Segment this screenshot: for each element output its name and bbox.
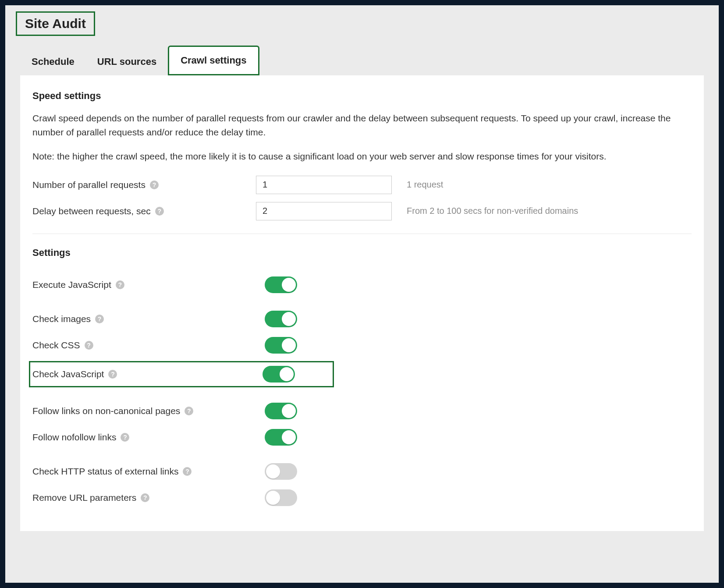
follow-nofollow-toggle[interactable] [265, 429, 297, 446]
follow-nofollow-label-text: Follow nofollow links [32, 432, 116, 443]
check-js-toggle[interactable] [263, 366, 295, 383]
delay-input[interactable] [256, 202, 392, 220]
check-js-label-text: Check JavaScript [32, 369, 104, 379]
check-css-label: Check CSS ? [32, 340, 265, 351]
check-http-external-label-text: Check HTTP status of external links [32, 466, 178, 477]
help-icon[interactable]: ? [121, 433, 129, 442]
delay-row: Delay between requests, sec ? From 2 to … [32, 202, 692, 220]
check-css-toggle[interactable] [265, 337, 297, 354]
check-css-row: Check CSS ? [32, 335, 692, 356]
follow-noncanonical-label: Follow links on non-canonical pages ? [32, 406, 265, 416]
help-icon[interactable]: ? [85, 341, 93, 350]
settings-heading: Settings [32, 247, 692, 259]
help-icon[interactable]: ? [185, 407, 193, 415]
help-icon[interactable]: ? [141, 493, 149, 502]
speed-description-2: Note: the higher the crawl speed, the mo… [32, 149, 692, 163]
parallel-requests-row: Number of parallel requests ? 1 request [32, 176, 692, 194]
check-http-external-toggle[interactable] [265, 463, 297, 480]
help-icon[interactable]: ? [155, 207, 164, 216]
execute-js-label: Execute JavaScript ? [32, 280, 265, 290]
check-js-row: Check JavaScript ? [29, 361, 334, 387]
tab-schedule[interactable]: Schedule [20, 48, 86, 75]
help-icon[interactable]: ? [150, 181, 159, 189]
check-js-label: Check JavaScript ? [32, 369, 263, 379]
remove-url-params-label: Remove URL parameters ? [32, 492, 265, 503]
tab-url-sources[interactable]: URL sources [86, 48, 168, 75]
follow-noncanonical-row: Follow links on non-canonical pages ? [32, 400, 692, 422]
execute-js-row: Execute JavaScript ? [32, 274, 692, 295]
help-icon[interactable]: ? [108, 370, 117, 379]
parallel-requests-hint: 1 request [407, 180, 443, 190]
check-images-label: Check images ? [32, 314, 265, 324]
tab-crawl-settings[interactable]: Crawl settings [168, 46, 259, 75]
help-icon[interactable]: ? [116, 280, 124, 289]
remove-url-params-row: Remove URL parameters ? [32, 487, 692, 508]
speed-description-1: Crawl speed depends on the number of par… [32, 111, 692, 139]
execute-js-toggle[interactable] [265, 276, 297, 293]
follow-noncanonical-toggle[interactable] [265, 403, 297, 419]
check-images-row: Check images ? [32, 308, 692, 329]
follow-nofollow-row: Follow nofollow links ? [32, 427, 692, 448]
remove-url-params-label-text: Remove URL parameters [32, 492, 136, 503]
parallel-requests-input[interactable] [256, 176, 392, 194]
speed-settings-heading: Speed settings [32, 90, 692, 102]
follow-noncanonical-label-text: Follow links on non-canonical pages [32, 406, 180, 416]
execute-js-label-text: Execute JavaScript [32, 280, 111, 290]
help-icon[interactable]: ? [183, 467, 192, 476]
check-images-toggle[interactable] [265, 311, 297, 327]
parallel-requests-label: Number of parallel requests ? [32, 180, 256, 190]
page-title: Site Audit [16, 11, 95, 36]
delay-label-text: Delay between requests, sec [32, 206, 151, 216]
tabs: Schedule URL sources Crawl settings [20, 46, 719, 75]
app-background: Site Audit Schedule URL sources Crawl se… [5, 5, 719, 583]
help-icon[interactable]: ? [95, 315, 104, 323]
delay-hint: From 2 to 100 secs for non-verified doma… [407, 206, 578, 216]
check-css-label-text: Check CSS [32, 340, 80, 351]
delay-label: Delay between requests, sec ? [32, 206, 256, 216]
remove-url-params-toggle[interactable] [265, 489, 297, 506]
section-divider [32, 234, 692, 234]
follow-nofollow-label: Follow nofollow links ? [32, 432, 265, 443]
check-images-label-text: Check images [32, 314, 91, 324]
parallel-requests-label-text: Number of parallel requests [32, 180, 146, 190]
check-http-external-row: Check HTTP status of external links ? [32, 461, 692, 482]
crawl-settings-panel: Speed settings Crawl speed depends on th… [20, 75, 704, 531]
check-http-external-label: Check HTTP status of external links ? [32, 466, 265, 477]
